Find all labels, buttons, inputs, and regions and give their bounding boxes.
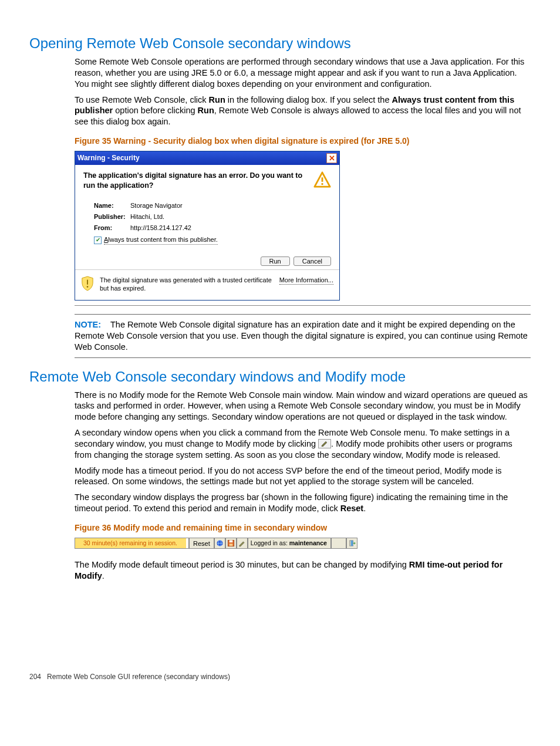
globe-icon[interactable] [214,538,225,549]
note-label: NOTE: [75,320,101,329]
figure-36-caption: Figure 36 Modify mode and remaining time… [75,522,531,533]
shield-warning-icon [81,276,94,293]
edit-pencil-icon[interactable] [237,538,248,549]
always-trust-checkbox[interactable]: ✔ Always trust content from this publish… [94,235,331,244]
run-button[interactable]: Run [261,256,290,266]
reset-button[interactable]: Reset [189,538,214,549]
text: . [102,571,104,580]
name-label: Name: [94,201,130,210]
text: in the following dialog box. If you sele… [225,95,392,104]
dialog-message: The application's digital signature has … [83,171,308,190]
note-text: The Remote Web Console digital signature… [75,320,528,352]
section-heading-opening-remote: Opening Remote Web Console secondary win… [29,35,531,52]
page-footer: 204 Remote Web Console GUI reference (se… [29,673,230,681]
para-modify-2: A secondary window opens when you click … [75,427,531,461]
text: The secondary window displays the progre… [75,492,508,513]
login-status: Logged in as: maintenance [248,538,331,549]
publisher-label: Publisher: [94,212,130,221]
from-value: http://158.214.127.42 [130,224,191,232]
svg-point-2 [321,183,323,185]
session-progress-bar: 30 minute(s) remaining in session. [75,538,189,549]
svg-rect-9 [229,541,232,543]
text: To use Remote Web Console, click [75,95,209,104]
para-modify-4: The secondary window displays the progre… [75,492,531,514]
page-footer-text: Remote Web Console GUI reference (second… [47,673,230,681]
more-information-link[interactable]: More Information... [279,276,333,285]
para-modify-5: The Modify mode default timeout period i… [75,559,531,582]
dialog-titlebar: Warning - Security ✕ [75,151,339,165]
svg-point-4 [87,286,89,288]
svg-rect-12 [350,541,353,546]
para-intro-1: Some Remote Web Console operations are p… [75,56,531,90]
separator [75,305,531,306]
para-modify-1: There is no Modify mode for the Remote W… [75,390,531,423]
text: . [363,504,366,513]
warning-icon [313,171,331,190]
checkbox-icon: ✔ [94,237,102,244]
exit-door-icon[interactable] [346,538,357,549]
run-bold: Run [209,95,225,104]
text: option before clicking [113,106,197,115]
from-label: From: [94,224,130,232]
security-warning-dialog: Warning - Security ✕ The application's d… [75,151,340,301]
note-block: NOTE: The Remote Web Console digital sig… [75,314,531,358]
text: The Modify mode default timeout period i… [75,560,409,569]
name-value: Storage Navigator [130,201,183,210]
session-progress-text: 30 minute(s) remaining in session. [76,539,177,548]
para-modify-3: Modify mode has a timeout period. If you… [75,465,531,488]
publisher-value: Hitachi, Ltd. [130,212,164,221]
dialog-footer-text: The digital signature was generated with… [100,276,274,293]
close-button[interactable]: ✕ [326,153,337,163]
login-label: Logged in as: [251,539,288,548]
modify-mode-icon [318,439,331,448]
section-heading-modify-mode: Remote Web Console secondary windows and… [29,369,531,385]
figure-35-caption: Figure 35 Warning - Security dialog box … [75,136,531,146]
page-number: 204 [29,673,41,681]
login-user: maintenance [289,539,327,548]
run-bold-2: Run [198,106,214,115]
close-icon: ✕ [329,154,335,162]
svg-rect-10 [229,544,232,546]
save-disk-icon[interactable] [225,538,237,549]
cancel-button[interactable]: Cancel [294,256,331,266]
reset-bold: Reset [340,504,364,513]
modify-mode-toolbar: 30 minute(s) remaining in session. Reset… [75,538,387,549]
checkbox-label: Always trust content from this publisher… [104,235,218,244]
dialog-title-text: Warning - Security [77,154,140,163]
svg-rect-1 [322,178,323,183]
svg-rect-3 [87,279,88,284]
para-intro-2: To use Remote Web Console, click Run in … [75,94,531,128]
